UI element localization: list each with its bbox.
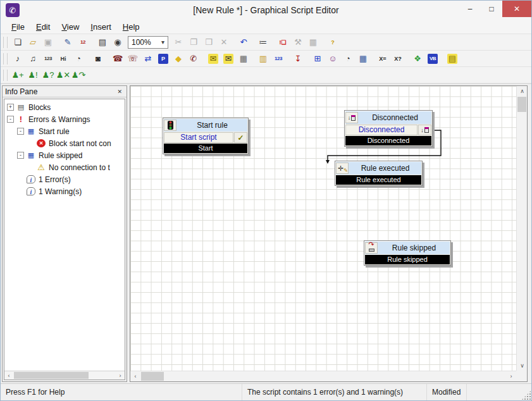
- canvas-hscrollbar[interactable]: ‹ ›: [130, 371, 516, 381]
- block-output-disconnected[interactable]: Disconnected: [345, 136, 431, 145]
- block-rule-skipped[interactable]: ↷ Rule skipped Rule skipped: [364, 240, 451, 266]
- plug-down-icon[interactable]: ↓: [418, 125, 431, 135]
- block-output-start[interactable]: Start: [164, 144, 247, 153]
- tree-expander[interactable]: -: [7, 116, 14, 123]
- toolbar-grip[interactable]: [3, 70, 8, 81]
- chevron-down-icon[interactable]: ▾: [158, 39, 168, 46]
- titlebar: ✆ [New Rule *] - Graphical Script Editor…: [1, 1, 531, 20]
- toolbar-grip[interactable]: [3, 53, 8, 65]
- tree-item[interactable]: - ▦ Rule skipped: [4, 149, 125, 161]
- junction-button[interactable]: ◆: [171, 52, 186, 66]
- print-preview-button[interactable]: ◉: [110, 35, 125, 49]
- scroll-right-icon[interactable]: ›: [506, 371, 516, 382]
- hierarchy-button[interactable]: ⊞: [310, 52, 325, 66]
- check-icon[interactable]: ✓: [234, 132, 247, 143]
- scroll-thumb[interactable]: [517, 97, 526, 112]
- block-event-disconnected[interactable]: Disconnected: [345, 125, 418, 135]
- properties-icon: ✎: [63, 37, 73, 47]
- window-title: [New Rule *] - Graphical Script Editor: [1, 5, 531, 15]
- open-button[interactable]: ▱: [25, 35, 40, 49]
- layout-grid-icon: ▦: [308, 37, 318, 47]
- traffic-light-icon: [164, 120, 176, 131]
- scroll-thumb[interactable]: [141, 372, 164, 381]
- minimize-button[interactable]: –: [459, 1, 481, 17]
- say-text-button[interactable]: Hi: [56, 52, 71, 66]
- separator: [251, 52, 256, 66]
- tree-item[interactable]: + ▤ Blocks: [4, 101, 125, 113]
- block-disconnected[interactable]: ↓ Disconnected Disconnected ↓ Disconnect…: [344, 110, 433, 147]
- script-canvas[interactable]: Start rule Start script ✓ Start ↓ Discon…: [130, 86, 516, 371]
- comment-button[interactable]: ▤: [445, 52, 460, 66]
- paste-button[interactable]: ❒: [201, 35, 216, 49]
- tree-item[interactable]: i 1 Warning(s): [4, 185, 125, 197]
- maximize-button[interactable]: □: [481, 1, 502, 17]
- answer-call-button[interactable]: ☎: [110, 52, 125, 66]
- tree-item[interactable]: ⚠ No connection to t: [4, 161, 125, 173]
- cut-button[interactable]: ✂: [171, 35, 186, 49]
- info-pane-toggle[interactable]: !❏: [275, 35, 290, 49]
- caller-button[interactable]: ☺: [325, 52, 340, 66]
- time-condition-button[interactable]: ◔: [340, 52, 356, 66]
- separator: [371, 52, 375, 66]
- menu-item[interactable]: Help: [117, 21, 145, 33]
- block-start-rule[interactable]: Start rule Start script ✓ Start: [163, 118, 249, 154]
- park-call-button[interactable]: P: [156, 52, 171, 66]
- block-rule-executed[interactable]: ✛ ✎ Rule executed Rule executed: [335, 161, 423, 186]
- menu-item[interactable]: File: [6, 21, 30, 33]
- status-help-hint: Press F1 for Help: [1, 384, 242, 400]
- play-music-button[interactable]: ♫: [25, 52, 40, 66]
- customize-button[interactable]: ⚒: [290, 35, 306, 49]
- zoom-select[interactable]: 100% ▾: [128, 36, 168, 49]
- menu-item[interactable]: Edit: [30, 21, 56, 33]
- block-output-rule-executed[interactable]: Rule executed: [336, 175, 421, 185]
- toolbar-grip[interactable]: [3, 37, 8, 48]
- tree-item[interactable]: ✕ Block start not con: [4, 137, 125, 149]
- queue-button[interactable]: ▥: [256, 52, 271, 66]
- menu-item[interactable]: View: [56, 21, 85, 33]
- canvas-vscrollbar[interactable]: ∧ ∨: [516, 86, 527, 371]
- block-action-start-script[interactable]: Start script: [164, 132, 233, 143]
- view-email-button[interactable]: ✉: [221, 52, 236, 66]
- copy-button[interactable]: ❐: [186, 35, 201, 49]
- print-button[interactable]: ▤: [95, 35, 110, 49]
- add-rule-button[interactable]: ♟+: [10, 68, 25, 82]
- reorder-rule-button[interactable]: ♟↷: [71, 68, 86, 82]
- tree-item[interactable]: - ! Errors & Warnings: [4, 113, 125, 125]
- transfer-call-button[interactable]: ⇄: [140, 52, 156, 66]
- tree-expander[interactable]: +: [7, 104, 14, 111]
- menu-item[interactable]: Insert: [85, 21, 117, 33]
- properties-button[interactable]: ✎: [60, 35, 75, 49]
- scroll-up-icon[interactable]: ∧: [517, 86, 528, 96]
- send-email-button[interactable]: ✉: [206, 52, 221, 66]
- scroll-thumb[interactable]: [14, 372, 89, 379]
- tree-expander[interactable]: -: [17, 152, 24, 159]
- info-pane-close-icon[interactable]: ✕: [115, 89, 124, 95]
- hold-call-button[interactable]: ☏: [125, 52, 140, 66]
- new-button[interactable]: ❏: [10, 35, 25, 49]
- check-rule-icon: ♟!: [28, 70, 38, 80]
- check-rule-button[interactable]: ♟!: [25, 68, 40, 82]
- help-button[interactable]: ?: [325, 35, 340, 49]
- info-pane-icon: !❏: [278, 37, 288, 47]
- flow-button[interactable]: ❖: [410, 52, 425, 66]
- say-number-button[interactable]: 123: [40, 52, 56, 66]
- scroll-right-icon[interactable]: ›: [116, 371, 125, 380]
- info-pane-hscrollbar[interactable]: ‹ ›: [4, 371, 125, 379]
- resize-grip[interactable]: [521, 390, 531, 400]
- rule-help-button[interactable]: ♟?: [40, 68, 56, 82]
- scroll-left-icon[interactable]: ‹: [130, 371, 140, 382]
- play-prompt-button[interactable]: ♪: [10, 52, 25, 66]
- zoom-value: 100%: [128, 38, 158, 47]
- close-button[interactable]: ✕: [502, 1, 531, 17]
- tree-item[interactable]: - ▦ Start rule: [4, 125, 125, 137]
- undo-icon: ↶: [238, 37, 249, 47]
- assign-variable-button[interactable]: X=: [375, 52, 390, 66]
- delete-rule-button[interactable]: ♟✕: [56, 68, 71, 82]
- tree-expander[interactable]: -: [17, 128, 24, 135]
- save-icon: ▣: [43, 37, 53, 47]
- tree-item[interactable]: i 1 Error(s): [4, 173, 125, 185]
- block-output-rule-skipped[interactable]: Rule skipped: [365, 255, 450, 264]
- scroll-down-icon[interactable]: ∨: [517, 361, 528, 371]
- scroll-left-icon[interactable]: ‹: [4, 371, 13, 380]
- separator: [90, 35, 95, 49]
